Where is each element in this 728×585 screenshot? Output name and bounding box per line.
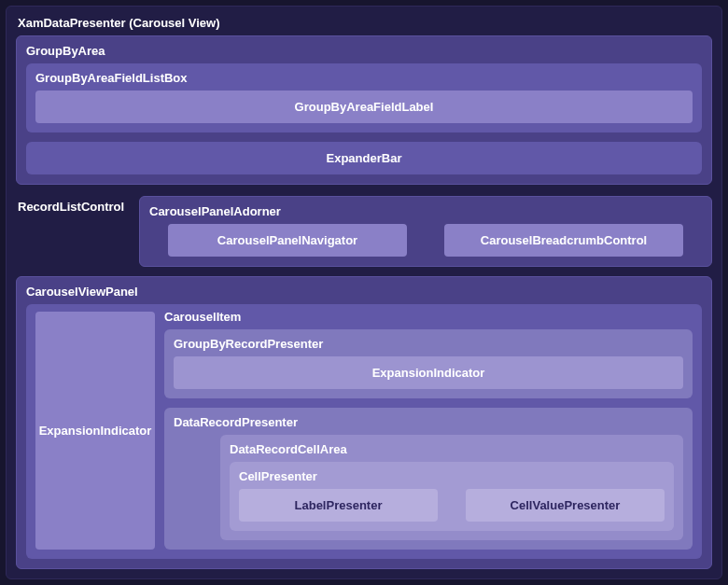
navigator-row: CarouselPanelNavigator CarouselBreadcrum… <box>149 224 702 257</box>
cell-area-title: DataRecordCellArea <box>230 442 674 456</box>
data-record-cell-area: DataRecordCellArea CellPresenter LabelPr… <box>220 435 683 540</box>
carousel-panel-adorner: CarouselPanelAdorner CarouselPanelNaviga… <box>139 196 712 267</box>
carousel-view-panel-title: CarouselViewPanel <box>26 285 702 299</box>
carousel-item: ExpansionIndicator CarouselItem GroupByR… <box>26 304 702 559</box>
group-by-area-field-label: GroupByAreaFieldLabel <box>35 91 693 123</box>
root-title: XamDataPresenter (Carousel View) <box>16 14 712 35</box>
carousel-item-title: CarouselItem <box>164 310 693 324</box>
data-record-presenter-title: DataRecordPresenter <box>174 415 683 429</box>
xam-data-presenter: XamDataPresenter (Carousel View) GroupBy… <box>6 6 722 579</box>
expander-bar: ExpanderBar <box>26 142 702 174</box>
carousel-view-panel: CarouselViewPanel ExpansionIndicator Car… <box>16 276 712 569</box>
group-by-area: GroupByArea GroupByAreaFieldListBox Grou… <box>16 35 712 185</box>
cell-presenter-row: LabelPresenter CellValuePresenter <box>239 489 665 522</box>
record-list-control: RecordListControl <box>16 196 139 267</box>
carousel-panel-navigator: CarouselPanelNavigator <box>168 224 407 257</box>
list-box-title: GroupByAreaFieldListBox <box>35 71 693 85</box>
expansion-indicator-left: ExpansionIndicator <box>35 312 155 550</box>
group-by-record-presenter-title: GroupByRecordPresenter <box>174 337 683 351</box>
expansion-indicator-inner: ExpansionIndicator <box>174 356 683 389</box>
group-by-area-title: GroupByArea <box>26 44 702 58</box>
adorner-title: CarouselPanelAdorner <box>149 204 702 218</box>
group-by-area-field-list-box: GroupByAreaFieldListBox GroupByAreaField… <box>26 63 702 132</box>
carousel-breadcrumb-control: CarouselBreadcrumbControl <box>444 224 683 257</box>
data-record-presenter: DataRecordPresenter DataRecordCellArea C… <box>164 408 693 550</box>
group-by-record-presenter: GroupByRecordPresenter ExpansionIndicato… <box>164 329 693 398</box>
record-row: RecordListControl CarouselPanelAdorner C… <box>16 196 712 267</box>
cell-value-presenter: CellValuePresenter <box>466 489 665 522</box>
cell-presenter-title: CellPresenter <box>239 469 665 483</box>
cell-presenter: CellPresenter LabelPresenter CellValuePr… <box>230 462 674 531</box>
carousel-item-right: CarouselItem GroupByRecordPresenter Expa… <box>164 312 693 550</box>
expansion-indicator-left-label: ExpansionIndicator <box>39 424 152 438</box>
label-presenter: LabelPresenter <box>239 489 438 522</box>
